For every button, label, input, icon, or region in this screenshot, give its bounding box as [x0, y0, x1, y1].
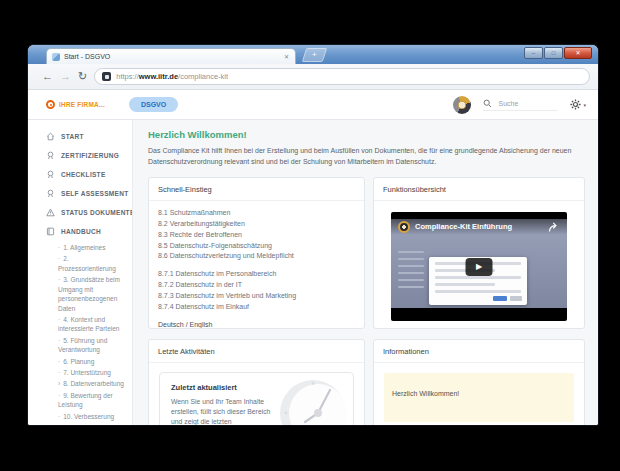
tab-close-icon[interactable]: ✕: [283, 53, 290, 60]
url-text: https://www.iitr.de/compliance-kit: [116, 72, 228, 81]
search-input[interactable]: [496, 99, 558, 108]
url-path: /compliance-kit: [178, 72, 228, 81]
quick-link[interactable]: 8.7.3 Datenschutz im Vertrieb und Market…: [158, 291, 355, 302]
home-icon: [46, 132, 55, 141]
search-icon: [483, 99, 492, 108]
site-badge-icon: [102, 72, 111, 81]
language-link-english[interactable]: English: [190, 321, 213, 328]
quick-link[interactable]: 8.7.2 Datenschutz in der IT: [158, 280, 355, 291]
search-box[interactable]: [483, 99, 558, 111]
card-grid: Schnell-Einstieg 8.1 Schutzmaßnahmen 8.2…: [148, 177, 585, 425]
browser-tab[interactable]: Start - DSGVO ✕: [46, 48, 296, 64]
url-domain: www.iitr.de: [139, 72, 178, 81]
quick-link[interactable]: 8.7.1 Datenschutz im Personalbereich: [158, 269, 355, 280]
quick-links-group-2: 8.7.1 Datenschutz im Personalbereich 8.7…: [158, 269, 355, 312]
new-tab-button[interactable]: +: [302, 48, 328, 62]
video-title: Compliance-Kit Einführung: [415, 222, 543, 231]
sidebar-subitem[interactable]: ›8. Datenverarbeitung: [28, 378, 132, 389]
play-icon: ▶: [476, 263, 482, 271]
settings-menu[interactable]: ▾: [570, 99, 586, 110]
book-icon: [46, 227, 55, 236]
card-title: Letzte Aktivitäten: [149, 340, 364, 363]
sidebar-item-checkliste[interactable]: CHECKLISTE: [28, 165, 132, 184]
card-letzte-aktivitaeten: Letzte Aktivitäten Zuletzt aktualisiert …: [148, 339, 365, 425]
card-schnell-einstieg: Schnell-Einstieg 8.1 Schutzmaßnahmen 8.2…: [148, 177, 365, 329]
sidebar-item-status-dokumente[interactable]: STATUS DOKUMENTE: [28, 203, 132, 222]
quick-link[interactable]: 8.3 Rechte der Betroffenen: [158, 230, 355, 241]
card-title: Funktionsübersicht: [374, 178, 584, 201]
minimize-button[interactable]: –: [524, 47, 543, 59]
close-button[interactable]: ✕: [564, 47, 592, 59]
sidebar-subitem[interactable]: ·10. Verbesserung: [28, 411, 132, 422]
sidebar-subitem[interactable]: ·9. Bewertung der Leistung: [28, 390, 132, 411]
window-titlebar: Start - DSGVO ✕ + – □ ✕: [28, 45, 598, 64]
play-button[interactable]: ▶: [466, 258, 493, 276]
info-notice: Herzlich Willkommen!: [384, 373, 574, 422]
card-funktionsuebersicht: Funktionsübersicht: [373, 177, 585, 329]
quick-links-group-1: 8.1 Schutzmaßnahmen 8.2 Verarbeitungstät…: [158, 208, 355, 262]
logo-target-icon: [46, 100, 55, 109]
tab-favicon-icon: [52, 53, 60, 61]
welcome-text: Das Compliance Kit hilft Ihnen bei der E…: [148, 146, 583, 167]
last-updated-panel: Zuletzt aktualisiert Wenn Sie und Ihr Te…: [159, 372, 354, 425]
language-link-deutsch[interactable]: Deutsch: [158, 321, 184, 328]
company-logo[interactable]: IHRE FIRMA...: [46, 100, 105, 109]
seal-icon: [46, 151, 55, 160]
channel-avatar: [398, 221, 410, 233]
quick-link[interactable]: 8.1 Schutzmaßnahmen: [158, 208, 355, 219]
handbuch-subitems: ·1. Allgemeines ·2. Prozessorientierung …: [28, 242, 132, 422]
refresh-icon[interactable]: ↻: [78, 71, 87, 82]
tab-title: Start - DSGVO: [64, 53, 279, 60]
sidebar-subitem[interactable]: ·7. Unterstützung: [28, 367, 132, 378]
page-title: Herzlich Willkommen!: [148, 129, 585, 140]
sidebar-subitem[interactable]: ·2. Prozessorientierung: [28, 253, 132, 274]
back-icon[interactable]: ←: [42, 71, 53, 82]
sidebar-subitem[interactable]: ·5. Führung und Verantwortung: [28, 335, 132, 356]
share-icon[interactable]: [548, 222, 560, 232]
gear-icon: [570, 99, 581, 110]
chevron-down-icon: ▾: [583, 102, 586, 108]
url-bar[interactable]: https://www.iitr.de/compliance-kit: [94, 68, 590, 85]
warning-triangle-icon: [46, 208, 55, 217]
forward-icon[interactable]: →: [60, 71, 71, 82]
url-scheme: https://: [116, 72, 139, 81]
app-body: START ZERTIFIZIERUNG CHECKLISTE SELF ASS…: [28, 120, 598, 425]
logo-text: IHRE FIRMA...: [59, 101, 105, 108]
sidebar-item-self-assessment[interactable]: SELF ASSESSMENT: [28, 184, 132, 203]
browser-window: Start - DSGVO ✕ + – □ ✕ ← → ↻ https://ww…: [28, 45, 598, 425]
sidebar-item-zertifizierung[interactable]: ZERTIFIZIERUNG: [28, 146, 132, 165]
sidebar-subitem[interactable]: ·6. Planung: [28, 356, 132, 367]
language-switch: Deutsch / English: [158, 313, 355, 328]
sidebar-subitem[interactable]: ·1. Allgemeines: [28, 242, 132, 253]
browser-toolbar: ← → ↻ https://www.iitr.de/compliance-kit: [28, 64, 598, 90]
seal-icon: [46, 170, 55, 179]
user-avatar[interactable]: [453, 96, 471, 114]
clock-icon: [277, 377, 349, 425]
sidebar-subitem[interactable]: ·4. Kontext und interessierte Parteien: [28, 314, 132, 335]
dsgvo-badge[interactable]: DSGVO: [129, 97, 178, 112]
card-title: Informationen: [374, 340, 584, 363]
card-title: Schnell-Einstieg: [149, 178, 364, 201]
seal-icon: [46, 189, 55, 198]
info-message: Herzlich Willkommen!: [392, 390, 459, 397]
main-content: Herzlich Willkommen! Das Compliance Kit …: [133, 120, 598, 425]
sidebar: START ZERTIFIZIERUNG CHECKLISTE SELF ASS…: [28, 120, 133, 425]
maximize-button[interactable]: □: [544, 47, 563, 59]
sidebar-item-start[interactable]: START: [28, 127, 132, 146]
app-header: IHRE FIRMA... DSGVO: [28, 90, 598, 120]
quick-link[interactable]: 8.6 Datenschutzverletzung und Meldepflic…: [158, 251, 355, 262]
header-right: ▾: [453, 96, 586, 114]
quick-link[interactable]: 8.7.4 Datenschutz im Einkauf: [158, 302, 355, 313]
plus-icon: +: [312, 51, 317, 59]
sidebar-subitem[interactable]: ·3. Grundsätze beim Umgang mit personenb…: [28, 274, 132, 314]
quick-link[interactable]: 8.2 Verarbeitungstätigkeiten: [158, 219, 355, 230]
quick-link[interactable]: 8.5 Datenschutz-Folgenabschätzung: [158, 241, 355, 252]
panel-text: Wenn Sie und Ihr Team Inhalte erstellen,…: [171, 397, 279, 425]
intro-video-player[interactable]: Compliance-Kit Einführung ▶: [391, 212, 567, 321]
card-informationen: Informationen Herzlich Willkommen!: [373, 339, 585, 425]
window-controls: – □ ✕: [524, 47, 592, 59]
sidebar-item-handbuch[interactable]: HANDBUCH: [28, 222, 132, 241]
